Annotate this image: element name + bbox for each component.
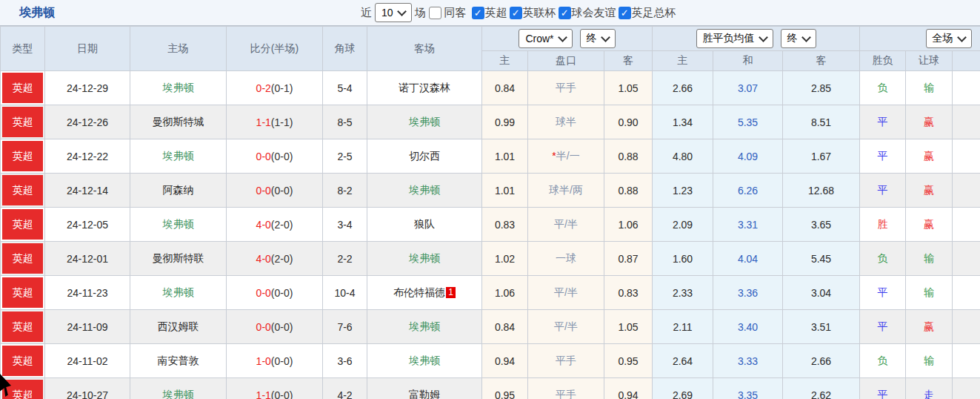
asian-away-odds-cell: 0.90 [604, 105, 653, 139]
league-checkbox[interactable]: ✓ [510, 7, 522, 19]
league-type-cell: 英超 [1, 139, 45, 174]
handicap-line-text: 平/半 [554, 320, 578, 332]
col-header-home: 主场 [130, 27, 227, 71]
same-away-label: 同客 [444, 6, 467, 20]
handicap-line-text: 球半/两 [549, 184, 583, 196]
fulltime-score: 0-0 [256, 321, 271, 333]
match-row: 英超 24-11-09 西汉姆联 0-0(0-0) 7-6 埃弗顿 0.84 平… [1, 310, 980, 344]
handicap-result-cell: 赢 [906, 174, 953, 208]
goals-result-cell: 小 [953, 310, 980, 344]
match-row: 英超 24-12-22 埃弗顿 0-0(0-0) 2-5 切尔西 1.01 *半… [1, 139, 980, 174]
handicap-result-cell: 输 [906, 276, 953, 310]
handicap-line-text: 一球 [556, 252, 576, 264]
table-header: 类型 日期 主场 比分(半场) 角球 客场 Crow* 终 [1, 27, 980, 71]
home-team-cell: 阿森纳 [130, 174, 227, 208]
score-cell: 4-0(2-0) [227, 208, 323, 242]
league-badge: 英超 [2, 380, 43, 399]
euro-away-odds-cell: 2.62 [783, 378, 860, 399]
corner-cell: 8-5 [323, 105, 367, 139]
score-cell: 0-2(0-1) [227, 71, 323, 105]
handicap-line-cell: 一球 [528, 242, 604, 276]
league-filter-label: 英联杯 [523, 6, 556, 20]
fulltime-score: 0-0 [256, 151, 271, 162]
asian-home-odds-cell: 0.94 [482, 344, 528, 378]
away-team-name: 富勒姆 [409, 389, 440, 399]
euro-draw-odds-cell: 4.04 [713, 242, 783, 276]
euro-odds-time-select[interactable]: 终 [781, 29, 816, 48]
euro-away-odds-cell: 3.51 [783, 310, 860, 344]
fulltime-score: 1-0 [256, 355, 271, 367]
asian-home-odds-cell: 1.02 [482, 242, 528, 276]
league-type-cell: 英超 [1, 310, 45, 344]
away-team-name: 切尔西 [409, 150, 440, 162]
date-cell: 24-11-23 [45, 276, 130, 310]
euro-draw-odds-cell: 4.09 [713, 139, 783, 174]
wdl-result-cell: 平 [860, 310, 906, 344]
league-checkbox[interactable]: ✓ [619, 7, 631, 19]
fulltime-score: 1-1 [256, 116, 271, 128]
col-header-type: 类型 [1, 27, 45, 71]
handicap-line-cell: *半/一 [528, 139, 604, 174]
goals-result-cell: 小 [953, 276, 980, 310]
match-row: 英超 24-11-23 埃弗顿 0-0(0-0) 10-4 布伦特福德1 1.0… [1, 276, 980, 310]
red-card-badge: 1 [446, 287, 456, 298]
col-header-goals-result: 进球 [953, 51, 980, 71]
asian-away-odds-cell: 0.88 [604, 174, 653, 208]
euro-home-odds-cell: 4.80 [653, 139, 713, 174]
recent-count-select[interactable]: 10 [375, 3, 412, 22]
league-checkbox[interactable]: ✓ [559, 7, 571, 19]
league-filter-label: 英足总杯 [632, 6, 676, 20]
league-filter: ✓ 球会友谊 [559, 6, 616, 20]
handicap-result: 赢 [924, 320, 934, 332]
league-type-cell: 英超 [1, 276, 45, 310]
wdl-result-cell: 负 [860, 242, 906, 276]
handicap-line-cell: 平/半 [528, 208, 604, 242]
date-cell: 24-11-02 [45, 344, 130, 378]
league-badge: 英超 [2, 346, 43, 376]
goals-result-cell: 大 [953, 242, 980, 276]
euro-home-odds-cell: 2.64 [653, 344, 713, 378]
check-icon: ✓ [512, 7, 520, 19]
handicap-result-cell: 输 [906, 242, 953, 276]
handicap-result-cell: 走 [906, 378, 953, 399]
away-team-name: 诺丁汉森林 [399, 82, 450, 93]
corner-cell: 7-6 [323, 310, 367, 344]
euro-draw-odds-cell: 6.26 [713, 174, 783, 208]
goals-result-cell: 小 [953, 344, 980, 378]
handicap-line-cell: 平手 [528, 378, 604, 399]
home-team-name: 西汉姆联 [158, 320, 199, 332]
asian-away-odds-cell: 0.88 [604, 139, 653, 174]
col-header-score: 比分(半场) [227, 27, 323, 71]
league-badge: 英超 [2, 175, 43, 205]
date-cell: 24-11-09 [45, 310, 130, 344]
asian-odds-time-select[interactable]: 终 [580, 29, 616, 48]
score-cell: 1-1(0-0) [227, 378, 323, 399]
home-team-cell: 埃弗顿 [130, 276, 227, 310]
fulltime-score: 4-0 [256, 219, 271, 231]
league-checkbox[interactable]: ✓ [472, 7, 484, 19]
league-type-cell: 英超 [1, 208, 45, 242]
same-away-checkbox[interactable] [429, 7, 441, 19]
col-header-away: 客场 [367, 27, 482, 71]
corner-cell: 10-4 [323, 276, 367, 310]
euro-draw-odds-cell: 3.35 [713, 378, 783, 399]
chevron-down-icon [801, 33, 811, 42]
euro-odds-time-value: 终 [787, 32, 798, 45]
wdl-result: 胜 [878, 218, 888, 230]
handicap-line-text: 平/半 [554, 218, 578, 230]
col-header-euro-away: 客 [783, 51, 860, 71]
date-cell: 24-12-22 [45, 139, 130, 174]
euro-odds-type-select[interactable]: 胜平负均值 [696, 29, 773, 48]
handicap-result: 赢 [924, 150, 934, 162]
result-scope-select[interactable]: 全场 [926, 29, 972, 48]
wdl-result-cell: 平 [860, 378, 906, 399]
col-header-asian-home: 主 [482, 51, 528, 71]
asian-away-odds-cell: 0.94 [604, 378, 653, 399]
away-team-cell: 布伦特福德1 [367, 276, 482, 310]
euro-home-odds-cell: 1.34 [653, 105, 713, 139]
odds-company-select[interactable]: Crow* [519, 29, 572, 48]
fulltime-score: 4-0 [256, 253, 271, 265]
euro-away-odds-cell: 3.04 [783, 276, 860, 310]
wdl-result-cell: 平 [860, 174, 906, 208]
asian-away-odds-cell: 0.83 [604, 276, 653, 310]
